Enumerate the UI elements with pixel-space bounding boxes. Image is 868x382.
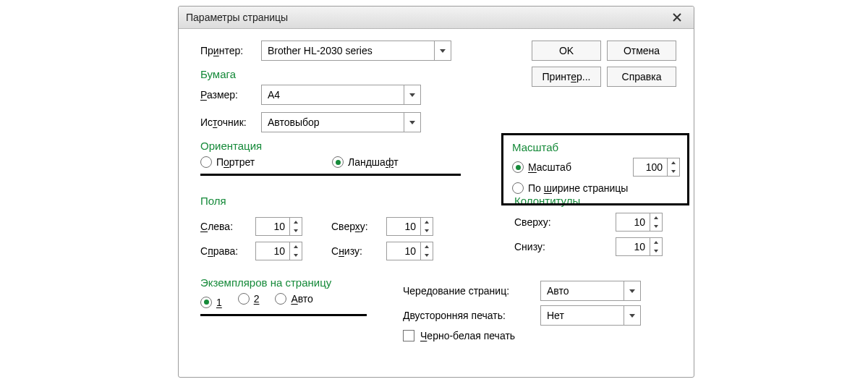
dropdown-button[interactable] bbox=[624, 281, 640, 300]
page-setup-dialog: Параметры страницы Принтер: Brother HL-2… bbox=[178, 6, 694, 378]
printer-label: Принтер: bbox=[200, 45, 261, 56]
margins-section-title: Поля bbox=[200, 195, 490, 207]
size-label: Размер: bbox=[200, 89, 261, 101]
chevron-up-icon bbox=[425, 221, 429, 224]
close-icon bbox=[673, 13, 681, 22]
margin-left-label: Слева: bbox=[200, 221, 255, 232]
chevron-down-icon bbox=[671, 170, 676, 173]
radio-icon bbox=[332, 156, 344, 168]
spin-up-button[interactable] bbox=[421, 242, 433, 251]
printer-settings-button[interactable]: Принтер... bbox=[532, 67, 601, 87]
margin-bottom-spinner[interactable]: 10 bbox=[386, 242, 433, 260]
chevron-down-icon bbox=[629, 314, 635, 318]
chevron-down-icon bbox=[294, 254, 298, 257]
margin-right-label: Справа: bbox=[200, 245, 255, 257]
titlebar: Параметры страницы bbox=[179, 7, 694, 29]
header-bottom-spinner[interactable]: 10 bbox=[616, 237, 663, 256]
margin-bottom-label: Снизу: bbox=[331, 245, 386, 257]
radio-icon bbox=[512, 161, 524, 173]
copies-auto-radio[interactable]: Авто bbox=[275, 293, 313, 305]
dropdown-button[interactable] bbox=[624, 306, 640, 325]
spin-up-button[interactable] bbox=[290, 218, 302, 226]
spin-down-button[interactable] bbox=[650, 247, 662, 255]
chevron-up-icon bbox=[294, 221, 298, 224]
header-bottom-label: Снизу: bbox=[514, 241, 572, 252]
alternation-combo[interactable]: Авто bbox=[540, 281, 641, 301]
margin-top-spinner[interactable]: 10 bbox=[386, 217, 433, 236]
spin-down-button[interactable] bbox=[668, 167, 679, 176]
scale-fit-width-radio[interactable]: По ширине страницы bbox=[512, 182, 628, 194]
source-label: Источник: bbox=[200, 116, 261, 128]
dropdown-button[interactable] bbox=[434, 41, 451, 60]
copies-1-radio[interactable]: 1 bbox=[200, 297, 222, 308]
chevron-up-icon bbox=[671, 161, 676, 164]
paper-size-combo[interactable]: A4 bbox=[261, 85, 421, 105]
orientation-landscape-radio[interactable]: Ландшафт bbox=[332, 156, 399, 168]
spin-down-button[interactable] bbox=[290, 226, 302, 235]
scale-spinner[interactable]: 100 bbox=[633, 158, 680, 177]
chevron-down-icon bbox=[409, 93, 415, 97]
orientation-section-title: Ориентация bbox=[200, 140, 461, 152]
duplex-combo[interactable]: Нет bbox=[540, 305, 641, 326]
dropdown-button[interactable] bbox=[404, 113, 420, 132]
spin-down-button[interactable] bbox=[421, 226, 433, 235]
copies-section-title: Экземпляров на страницу bbox=[200, 276, 381, 289]
chevron-down-icon bbox=[654, 250, 658, 252]
margin-top-label: Сверху: bbox=[331, 221, 386, 232]
scale-value: 100 bbox=[634, 158, 667, 176]
header-top-label: Сверху: bbox=[514, 216, 572, 228]
chevron-up-icon bbox=[294, 245, 298, 248]
radio-icon bbox=[200, 297, 212, 308]
chevron-up-icon bbox=[654, 216, 658, 219]
close-button[interactable] bbox=[665, 10, 689, 25]
spin-up-button[interactable] bbox=[421, 218, 433, 226]
chevron-down-icon bbox=[409, 121, 415, 124]
orientation-portrait-radio[interactable]: Портрет bbox=[200, 156, 316, 168]
paper-source-combo[interactable]: Автовыбор bbox=[261, 112, 421, 132]
dropdown-button[interactable] bbox=[404, 85, 420, 104]
radio-icon bbox=[275, 293, 286, 305]
spin-up-button[interactable] bbox=[650, 238, 662, 247]
spin-down-button[interactable] bbox=[290, 251, 302, 260]
chevron-down-icon bbox=[425, 254, 429, 257]
printer-combo-value: Brother HL-2030 series bbox=[262, 41, 434, 60]
margin-left-spinner[interactable]: 10 bbox=[255, 217, 302, 236]
alternation-label: Чередование страниц: bbox=[403, 285, 540, 297]
header-top-spinner[interactable]: 10 bbox=[616, 213, 663, 232]
spin-up-button[interactable] bbox=[650, 213, 662, 222]
window-title: Параметры страницы bbox=[186, 12, 288, 23]
spin-up-button[interactable] bbox=[668, 158, 679, 167]
radio-icon bbox=[238, 293, 250, 305]
chevron-up-icon bbox=[654, 241, 658, 244]
printer-combo[interactable]: Brother HL-2030 series bbox=[261, 41, 451, 61]
duplex-label: Двусторонняя печать: bbox=[403, 310, 540, 321]
paper-size-value: A4 bbox=[262, 85, 404, 104]
bw-print-checkbox[interactable]: Черно-белая печать bbox=[403, 330, 515, 341]
margin-right-spinner[interactable]: 10 bbox=[255, 242, 302, 260]
spin-down-button[interactable] bbox=[421, 251, 433, 260]
chevron-down-icon bbox=[294, 229, 298, 232]
help-button[interactable]: Справка bbox=[607, 67, 676, 87]
chevron-down-icon bbox=[440, 49, 446, 53]
checkbox-icon bbox=[403, 330, 414, 341]
spin-down-button[interactable] bbox=[650, 222, 662, 231]
scale-section-title: Масштаб bbox=[512, 141, 680, 153]
ok-button[interactable]: OK bbox=[532, 41, 601, 61]
copies-2-radio[interactable]: 2 bbox=[238, 293, 260, 305]
paper-section-title: Бумага bbox=[200, 68, 461, 80]
radio-icon bbox=[200, 156, 212, 168]
radio-icon bbox=[512, 182, 524, 194]
chevron-up-icon bbox=[425, 245, 429, 248]
scale-group: Масштаб Масштаб 100 bbox=[501, 133, 689, 205]
chevron-down-icon bbox=[654, 225, 658, 228]
paper-source-value: Автовыбор bbox=[262, 113, 404, 132]
chevron-down-icon bbox=[629, 289, 635, 293]
scale-percent-radio[interactable]: Масштаб bbox=[512, 161, 571, 173]
spin-up-button[interactable] bbox=[290, 242, 302, 251]
chevron-down-icon bbox=[425, 229, 429, 232]
cancel-button[interactable]: Отмена bbox=[607, 41, 676, 61]
